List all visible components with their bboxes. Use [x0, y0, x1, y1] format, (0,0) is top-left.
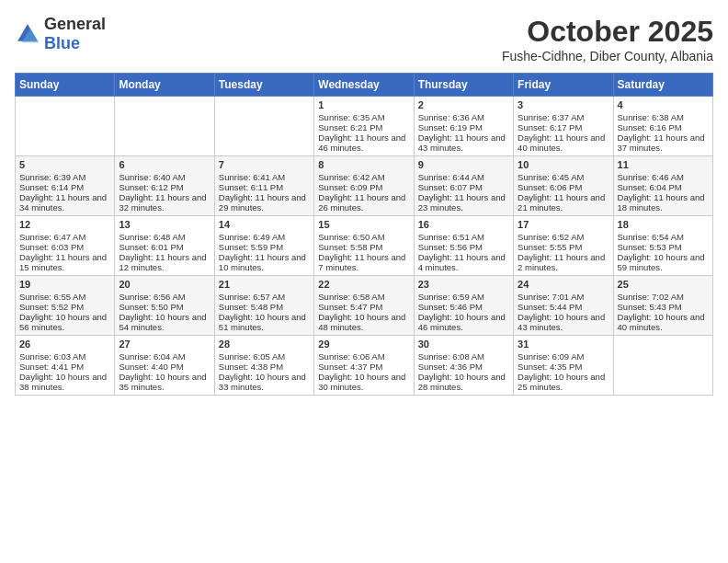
- calendar-cell: 3Sunrise: 6:37 AMSunset: 6:17 PMDaylight…: [514, 97, 613, 156]
- calendar-cell: 4Sunrise: 6:38 AMSunset: 6:16 PMDaylight…: [613, 97, 712, 156]
- sunset-text: Sunset: 5:58 PM: [318, 242, 382, 252]
- day-number: 27: [119, 339, 210, 350]
- daylight-text: Daylight: 11 hours and 43 minutes.: [418, 132, 506, 153]
- calendar-cell: 31Sunrise: 6:09 AMSunset: 4:35 PMDayligh…: [514, 336, 613, 396]
- daylight-text: Daylight: 11 hours and 37 minutes.: [618, 132, 705, 153]
- calendar-cell: 16Sunrise: 6:51 AMSunset: 5:56 PMDayligh…: [414, 216, 513, 276]
- sunset-text: Sunset: 5:47 PM: [318, 302, 382, 312]
- calendar-cell: 17Sunrise: 6:52 AMSunset: 5:55 PMDayligh…: [514, 216, 613, 276]
- daylight-text: Daylight: 11 hours and 26 minutes.: [318, 192, 405, 213]
- day-number: 14: [219, 219, 310, 230]
- weekday-header: Tuesday: [214, 74, 313, 97]
- sunrise-text: Sunrise: 6:49 AM: [219, 232, 285, 242]
- sunset-text: Sunset: 4:38 PM: [219, 362, 283, 372]
- weekday-header: Friday: [514, 74, 613, 97]
- day-number: 1: [318, 99, 409, 110]
- day-number: 24: [518, 279, 609, 290]
- sunset-text: Sunset: 5:56 PM: [418, 242, 483, 252]
- logo-general: General: [44, 15, 106, 33]
- daylight-text: Daylight: 11 hours and 21 minutes.: [518, 192, 605, 213]
- daylight-text: Daylight: 11 hours and 12 minutes.: [119, 252, 206, 272]
- calendar-cell: 5Sunrise: 6:39 AMSunset: 6:14 PMDaylight…: [16, 156, 115, 216]
- sunrise-text: Sunrise: 6:44 AM: [418, 172, 484, 182]
- calendar-cell: 6Sunrise: 6:40 AMSunset: 6:12 PMDaylight…: [115, 156, 214, 216]
- calendar-week-row: 12Sunrise: 6:47 AMSunset: 6:03 PMDayligh…: [16, 216, 713, 276]
- day-number: 17: [518, 219, 609, 230]
- sunset-text: Sunset: 6:06 PM: [518, 182, 582, 192]
- calendar-cell: 25Sunrise: 7:02 AMSunset: 5:43 PMDayligh…: [613, 276, 712, 336]
- calendar-header-row: SundayMondayTuesdayWednesdayThursdayFrid…: [16, 74, 713, 97]
- daylight-text: Daylight: 10 hours and 48 minutes.: [318, 312, 405, 332]
- sunset-text: Sunset: 6:21 PM: [318, 122, 382, 132]
- calendar-cell: 1Sunrise: 6:35 AMSunset: 6:21 PMDaylight…: [314, 97, 414, 156]
- day-number: 29: [318, 339, 409, 350]
- calendar-cell: 21Sunrise: 6:57 AMSunset: 5:48 PMDayligh…: [214, 276, 313, 336]
- sunset-text: Sunset: 5:55 PM: [518, 242, 582, 252]
- logo-blue: Blue: [44, 34, 80, 52]
- sunset-text: Sunset: 6:04 PM: [618, 182, 682, 192]
- day-number: 18: [618, 219, 709, 230]
- day-number: 21: [219, 279, 310, 290]
- sunset-text: Sunset: 5:50 PM: [119, 302, 183, 312]
- daylight-text: Daylight: 11 hours and 29 minutes.: [219, 192, 306, 213]
- sunset-text: Sunset: 6:16 PM: [618, 122, 682, 132]
- day-number: 30: [418, 339, 509, 350]
- daylight-text: Daylight: 11 hours and 10 minutes.: [219, 252, 306, 272]
- sunrise-text: Sunrise: 6:46 AM: [618, 172, 684, 182]
- calendar-cell: 9Sunrise: 6:44 AMSunset: 6:07 PMDaylight…: [414, 156, 513, 216]
- sunset-text: Sunset: 5:46 PM: [418, 302, 483, 312]
- calendar-week-row: 26Sunrise: 6:03 AMSunset: 4:41 PMDayligh…: [16, 336, 713, 396]
- sunrise-text: Sunrise: 6:48 AM: [119, 232, 185, 242]
- day-number: 20: [119, 279, 210, 290]
- weekday-header: Wednesday: [314, 74, 414, 97]
- sunrise-text: Sunrise: 6:57 AM: [219, 292, 285, 302]
- location: Fushe-Cidhne, Diber County, Albania: [502, 49, 713, 63]
- title-block: October 2025 Fushe-Cidhne, Diber County,…: [502, 15, 713, 63]
- day-number: 25: [618, 279, 709, 290]
- weekday-header: Thursday: [414, 74, 513, 97]
- sunset-text: Sunset: 6:17 PM: [518, 122, 582, 132]
- calendar-cell: 13Sunrise: 6:48 AMSunset: 6:01 PMDayligh…: [115, 216, 214, 276]
- sunrise-text: Sunrise: 6:40 AM: [119, 172, 185, 182]
- day-number: 4: [618, 99, 709, 110]
- day-number: 6: [119, 159, 210, 170]
- daylight-text: Daylight: 11 hours and 23 minutes.: [418, 192, 506, 213]
- day-number: 15: [318, 219, 409, 230]
- daylight-text: Daylight: 11 hours and 46 minutes.: [318, 132, 405, 153]
- day-number: 26: [19, 339, 110, 350]
- day-number: 13: [119, 219, 210, 230]
- sunrise-text: Sunrise: 6:38 AM: [618, 112, 684, 122]
- sunset-text: Sunset: 6:19 PM: [418, 122, 483, 132]
- weekday-header: Monday: [115, 74, 214, 97]
- sunrise-text: Sunrise: 6:05 AM: [219, 351, 285, 362]
- sunrise-text: Sunrise: 6:59 AM: [418, 292, 484, 302]
- day-number: 22: [318, 279, 409, 290]
- sunset-text: Sunset: 4:40 PM: [119, 362, 183, 372]
- calendar-cell: 30Sunrise: 6:08 AMSunset: 4:36 PMDayligh…: [414, 336, 513, 396]
- sunset-text: Sunset: 5:44 PM: [518, 302, 582, 312]
- daylight-text: Daylight: 10 hours and 25 minutes.: [518, 372, 605, 392]
- daylight-text: Daylight: 11 hours and 32 minutes.: [119, 192, 206, 213]
- day-number: 7: [219, 159, 310, 170]
- daylight-text: Daylight: 11 hours and 40 minutes.: [518, 132, 605, 153]
- sunrise-text: Sunrise: 6:47 AM: [19, 232, 85, 242]
- calendar-cell: 28Sunrise: 6:05 AMSunset: 4:38 PMDayligh…: [214, 336, 313, 396]
- day-number: 16: [418, 219, 509, 230]
- sunset-text: Sunset: 6:07 PM: [418, 182, 483, 192]
- sunset-text: Sunset: 6:01 PM: [119, 242, 183, 252]
- calendar-cell: 18Sunrise: 6:54 AMSunset: 5:53 PMDayligh…: [613, 216, 712, 276]
- daylight-text: Daylight: 11 hours and 15 minutes.: [19, 252, 107, 272]
- calendar-cell: 29Sunrise: 6:06 AMSunset: 4:37 PMDayligh…: [314, 336, 414, 396]
- sunset-text: Sunset: 6:14 PM: [19, 182, 84, 192]
- daylight-text: Daylight: 11 hours and 4 minutes.: [418, 252, 506, 272]
- calendar-cell: [214, 97, 313, 156]
- calendar-cell: [115, 97, 214, 156]
- daylight-text: Daylight: 11 hours and 7 minutes.: [318, 252, 405, 272]
- sunrise-text: Sunrise: 6:45 AM: [518, 172, 584, 182]
- sunrise-text: Sunrise: 6:54 AM: [618, 232, 684, 242]
- sunrise-text: Sunrise: 6:52 AM: [518, 232, 584, 242]
- daylight-text: Daylight: 10 hours and 54 minutes.: [119, 312, 206, 332]
- sunrise-text: Sunrise: 6:41 AM: [219, 172, 285, 182]
- day-number: 31: [518, 339, 609, 350]
- sunrise-text: Sunrise: 6:08 AM: [418, 351, 484, 362]
